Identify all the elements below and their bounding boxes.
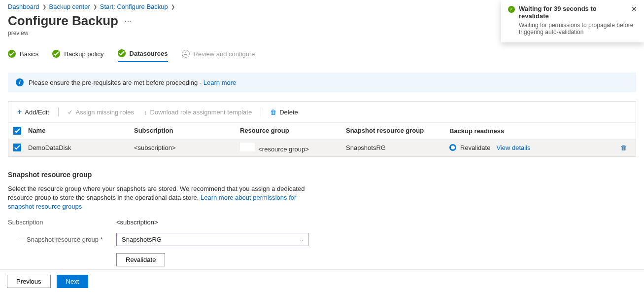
- delete-button[interactable]: 🗑 Delete: [266, 107, 302, 118]
- col-subscription: Subscription: [134, 127, 240, 135]
- add-edit-label: Add/Edit: [25, 109, 49, 116]
- row-checkbox[interactable]: [13, 144, 21, 151]
- step-basics[interactable]: Basics: [8, 50, 38, 62]
- col-name: Name: [28, 127, 134, 135]
- page-title: Configure Backup: [8, 13, 118, 29]
- step-label: Backup policy: [64, 50, 103, 58]
- select-value: SnapshotsRG: [122, 236, 162, 243]
- chevron-right-icon: ❯: [93, 4, 97, 9]
- cell-resource-group: <resource group>: [240, 143, 346, 153]
- assign-roles-button: ✓ Assign missing roles: [64, 107, 138, 118]
- chevron-right-icon: ❯: [42, 4, 46, 9]
- chevron-right-icon: ❯: [171, 4, 175, 9]
- revalidate-button[interactable]: Revalidate: [116, 253, 165, 266]
- snapshot-section-desc: Select the resource group where your sna…: [8, 184, 313, 212]
- trash-icon: 🗑: [270, 109, 276, 116]
- step-number-icon: 4: [182, 50, 190, 58]
- step-label: Datasources: [130, 50, 168, 57]
- separator: [58, 108, 59, 116]
- step-label: Basics: [20, 50, 38, 58]
- chevron-down-icon: ⌵: [300, 237, 303, 242]
- step-backup-policy[interactable]: Backup policy: [52, 50, 103, 62]
- plus-icon: +: [17, 108, 22, 116]
- trash-icon[interactable]: 🗑: [620, 144, 627, 151]
- download-template-button: ↓ Download role assignment template: [140, 107, 256, 118]
- view-details-link[interactable]: View details: [496, 144, 530, 151]
- separator: [261, 108, 261, 116]
- breadcrumb-backup-center[interactable]: Backup center: [49, 3, 90, 10]
- subscription-label: Subscription: [8, 219, 116, 226]
- check-icon: [52, 50, 60, 58]
- col-backup-readiness: Backup readiness: [449, 127, 616, 135]
- snapshot-rg-select[interactable]: SnapshotsRG ⌵: [116, 233, 308, 246]
- success-icon: ✓: [508, 6, 515, 13]
- info-icon: i: [16, 78, 24, 86]
- table-row[interactable]: DemoDataDisk <subscription> <resource gr…: [8, 139, 636, 156]
- check-icon: [8, 50, 16, 58]
- table-toolbar: + Add/Edit ✓ Assign missing roles ↓ Down…: [8, 102, 636, 122]
- info-banner: i Please ensure the pre-requisites are m…: [8, 73, 636, 92]
- toast-body: Waiting for permissions to propagate bef…: [508, 22, 637, 36]
- step-label: Review and configure: [194, 50, 255, 58]
- col-resource-group: Resource group: [240, 127, 346, 135]
- breadcrumb-start[interactable]: Start: Configure Backup: [100, 3, 168, 10]
- add-edit-button[interactable]: + Add/Edit: [13, 106, 53, 118]
- step-datasources[interactable]: Datasources: [118, 49, 168, 62]
- assign-label: Assign missing roles: [76, 109, 135, 116]
- table-header: Name Subscription Resource group Snapsho…: [8, 122, 636, 139]
- breadcrumb-dashboard[interactable]: Dashboard: [8, 3, 39, 10]
- cell-name: DemoDataDisk: [28, 144, 134, 151]
- snapshot-rg-label: Snapshot resource group *: [8, 236, 116, 243]
- check-icon: [118, 49, 126, 57]
- info-text: Please ensure the pre-requisites are met…: [29, 79, 203, 86]
- select-all-checkbox[interactable]: [13, 127, 21, 135]
- step-review: 4 Review and configure: [182, 50, 255, 62]
- notification-toast: ✓ Waiting for 39 seconds to revalidate ✕…: [501, 0, 644, 42]
- info-learn-more-link[interactable]: Learn more: [203, 79, 236, 86]
- cell-readiness-action: Revalidate: [460, 144, 490, 151]
- col-snapshot-rg: Snapshot resource group: [346, 127, 449, 135]
- datasources-table: Name Subscription Resource group Snapsho…: [8, 122, 636, 156]
- download-icon: ↓: [144, 109, 147, 116]
- delete-label: Delete: [279, 109, 298, 116]
- close-icon[interactable]: ✕: [631, 5, 637, 13]
- toast-title: Waiting for 39 seconds to revalidate: [519, 5, 627, 20]
- subscription-value: <subscription>: [116, 219, 158, 226]
- cell-subscription: <subscription>: [134, 144, 240, 151]
- cell-snapshot-rg: SnapshotsRG: [346, 144, 449, 151]
- snapshot-section-title: Snapshot resource group: [8, 171, 636, 179]
- wizard-steps: Basics Backup policy Datasources 4 Revie…: [8, 49, 636, 63]
- revalidate-icon: [449, 144, 456, 151]
- redacted-block: [240, 143, 255, 151]
- more-icon[interactable]: ⋯: [124, 16, 132, 26]
- check-icon: ✓: [68, 109, 73, 116]
- download-label: Download role assignment template: [150, 109, 252, 116]
